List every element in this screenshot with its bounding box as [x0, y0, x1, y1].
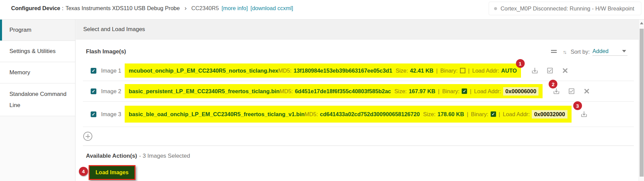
remove-image-icon[interactable]: [561, 67, 569, 74]
md5-label: MD5:: [280, 88, 293, 95]
md5-label: MD5:: [305, 111, 318, 118]
add-image-icon[interactable]: [83, 132, 92, 141]
separator: |: [467, 111, 468, 118]
flash-image-row-3: Image 3 basic_ble_oad_onchip_LP_EM_CC234…: [76, 102, 639, 127]
row-actions: [580, 110, 588, 118]
sort-select[interactable]: Added: [592, 48, 627, 56]
scroll-up-icon[interactable]: [640, 22, 643, 24]
flash-images-header: Flash Image(s) ↑↓ Sort by: Added: [86, 48, 627, 56]
sidebar-item-label: Program: [9, 27, 31, 33]
step-badge-3: 3: [573, 101, 582, 110]
load-images-button[interactable]: Load Images: [89, 165, 135, 180]
verify-image-icon[interactable]: [568, 87, 575, 95]
sort-by-label: Sort by:: [571, 49, 590, 55]
image-label: Image 2: [101, 88, 125, 95]
step-badge-4: 4: [79, 167, 88, 176]
separator: |: [470, 88, 471, 95]
binary-label: Binary:: [442, 88, 459, 95]
add-image-row: [76, 127, 639, 146]
size-value: 167.97 KB: [409, 88, 435, 95]
remove-image-icon[interactable]: [583, 87, 590, 95]
load-addr-label: Load Addr:: [503, 111, 530, 118]
load-addr-label: Load Addr:: [474, 88, 501, 95]
core-status-text: Cortex_M0P Disconnected: Running - H/W B…: [500, 5, 634, 12]
image-details-highlight: basic_ble_oad_onchip_LP_EM_CC2340R5_free…: [125, 106, 572, 123]
uniflash-app: Configured Device : Texas Instruments XD…: [0, 0, 644, 181]
image-details-highlight: mcuboot_onchip_LP_EM_CC2340R5_nortos_tic…: [125, 63, 521, 78]
status-dot-icon: [494, 7, 497, 10]
row-actions: [531, 67, 569, 74]
sort-value: Added: [592, 48, 609, 54]
size-value: 178.60 KB: [437, 111, 464, 118]
load-addr-value[interactable]: 0x00032000: [532, 110, 568, 119]
separator: |: [436, 68, 437, 74]
md5-value: cd641433a02cd752d300900658126720: [320, 111, 420, 118]
flash-images-title: Flash Image(s): [86, 48, 126, 55]
device-name: CC2340R5: [191, 5, 219, 11]
binary-checkbox[interactable]: [460, 68, 465, 73]
md5-value: 13f180984e153eb39b663167ee05c3d1: [294, 68, 392, 74]
section-divider: [83, 146, 634, 146]
flash-image-row-1: Image 1 mcuboot_onchip_LP_EM_CC2340R5_no…: [76, 60, 639, 81]
sidebar: Program Settings & Utilities Memory Stan…: [0, 20, 75, 181]
sort-direction-icon[interactable]: ↑↓: [563, 49, 566, 55]
separator: |: [438, 88, 439, 95]
load-addr-label: Load Addr:: [472, 68, 499, 74]
dense-view-icon[interactable]: [551, 49, 557, 54]
download-ccxml-link[interactable]: [download ccxml]: [250, 5, 293, 11]
image-filename: mcuboot_onchip_LP_EM_CC2340R5_nortos_tic…: [129, 68, 278, 74]
main-panel: Select and Load Images Flash Image(s) ↑↓…: [76, 20, 639, 181]
caret-down-icon: [622, 50, 626, 52]
binary-label: Binary:: [440, 68, 458, 74]
verify-image-icon[interactable]: [546, 67, 554, 74]
scrollbar-thumb[interactable]: [640, 29, 644, 177]
breadcrumb: Configured Device : Texas Instruments XD…: [11, 0, 293, 16]
configured-device-label: Configured Device: [11, 5, 60, 11]
download-image-icon[interactable]: [580, 110, 588, 118]
sidebar-item-program[interactable]: Program: [0, 20, 75, 41]
flash-image-list: Image 1 mcuboot_onchip_LP_EM_CC2340R5_no…: [76, 60, 639, 146]
binary-checkbox[interactable]: [491, 111, 496, 117]
available-actions-title: Available Action(s): [86, 153, 137, 159]
sidebar-item-label: Standalone Command Line: [9, 91, 66, 108]
size-label: Size:: [423, 111, 436, 118]
sidebar-item-standalone-command-line[interactable]: Standalone Command Line: [0, 83, 75, 116]
image-filename: basic_persistent_LP_EM_CC2340R5_freertos…: [129, 88, 280, 95]
more-info-link[interactable]: [more info]: [221, 5, 248, 11]
separator: |: [468, 68, 469, 74]
load-images-row: 4 Load Images: [89, 165, 639, 181]
size-label: Size:: [394, 88, 407, 95]
probe-name: Texas Instruments XDS110 USB Debug Probe: [65, 5, 180, 11]
sort-controls: ↑↓ Sort by: Added: [551, 48, 627, 56]
load-addr-value[interactable]: 0x00006000: [503, 87, 539, 96]
row-actions: [553, 87, 590, 95]
image-select-checkbox[interactable]: [91, 88, 96, 94]
image-select-checkbox[interactable]: [91, 111, 96, 117]
image-label: Image 3: [101, 111, 125, 118]
image-label: Image 1: [101, 68, 125, 74]
download-image-icon[interactable]: [531, 67, 539, 74]
breadcrumb-separator: :: [62, 5, 64, 11]
sidebar-item-settings-utilities[interactable]: Settings & Utilities: [0, 41, 75, 62]
sidebar-item-memory[interactable]: Memory: [0, 62, 75, 83]
size-label: Size:: [396, 68, 408, 74]
download-image-icon[interactable]: [553, 87, 560, 95]
image-select-checkbox[interactable]: [91, 68, 96, 74]
core-status-chip: Cortex_M0P Disconnected: Running - H/W B…: [489, 2, 641, 15]
step-badge-1: 1: [516, 59, 525, 68]
sidebar-item-label: Settings & Utilities: [9, 48, 56, 54]
images-selected-count: - 3 Images Selected: [139, 153, 190, 159]
chevron-right-icon: ›: [184, 4, 186, 12]
top-header: Configured Device : Texas Instruments XD…: [0, 0, 644, 20]
sidebar-item-label: Memory: [9, 69, 30, 76]
binary-checkbox[interactable]: [462, 88, 467, 94]
image-filename: basic_ble_oad_onchip_LP_EM_CC2340R5_free…: [129, 111, 305, 118]
load-addr-value: AUTO: [501, 68, 517, 74]
size-value: 42.41 KB: [410, 68, 434, 74]
section-header: Select and Load Images: [76, 20, 639, 40]
image-details-highlight: basic_persistent_LP_EM_CC2340R5_freertos…: [125, 84, 543, 98]
available-actions: Available Action(s) - 3 Images Selected: [86, 153, 639, 161]
flash-image-row-2: Image 2 basic_persistent_LP_EM_CC2340R5_…: [76, 81, 639, 101]
binary-label: Binary:: [471, 111, 488, 118]
vertical-scrollbar: [639, 20, 644, 181]
